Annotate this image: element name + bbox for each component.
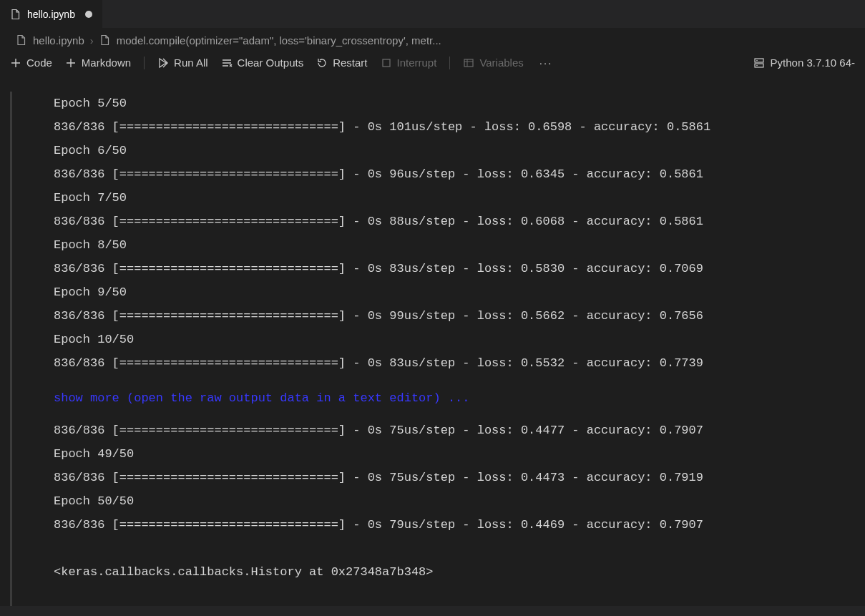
output-gutter[interactable] [10, 92, 12, 606]
run-all-label: Run All [174, 57, 208, 69]
breadcrumb-cell[interactable]: model.compile(optimizer="adam", loss='bi… [117, 34, 441, 47]
editor-tab[interactable]: hello.ipynb [0, 0, 103, 28]
clear-outputs-button[interactable]: Clear Outputs [221, 57, 304, 69]
file-icon [10, 9, 21, 20]
toolbar-separator [144, 57, 145, 69]
output-text-after: 836/836 [==============================]… [36, 419, 865, 584]
kernel-picker[interactable]: Python 3.7.10 64- [753, 57, 855, 69]
tab-filename: hello.ipynb [27, 9, 75, 20]
svg-point-4 [756, 59, 758, 61]
notebook-toolbar: Code Markdown Run All Clear Outputs Rest… [0, 49, 865, 77]
file-icon [16, 34, 27, 46]
plus-icon [65, 57, 77, 69]
svg-rect-0 [383, 59, 390, 67]
show-more-link[interactable]: show more (open the raw output data in a… [0, 386, 865, 410]
server-icon [753, 57, 765, 69]
svg-rect-1 [464, 59, 473, 67]
run-all-button[interactable]: Run All [157, 57, 208, 69]
variables-icon [463, 57, 474, 69]
panel-border [0, 606, 865, 616]
restart-icon [316, 57, 328, 69]
plus-icon [10, 57, 21, 69]
variables-label: Variables [479, 57, 523, 69]
cell-output: Epoch 5/50 836/836 [====================… [0, 92, 865, 606]
output-text-before: Epoch 5/50 836/836 [====================… [36, 92, 865, 375]
breadcrumb: hello.ipynb › model.compile(optimizer="a… [0, 29, 865, 49]
add-code-label: Code [26, 57, 52, 69]
clear-outputs-icon [221, 57, 233, 69]
clear-outputs-label: Clear Outputs [238, 57, 304, 69]
more-actions-button[interactable]: ··· [537, 57, 556, 69]
svg-rect-2 [755, 59, 763, 62]
toolbar-separator [449, 57, 450, 69]
add-code-button[interactable]: Code [10, 57, 52, 69]
interrupt-button[interactable]: Interrupt [381, 57, 437, 69]
file-icon [99, 34, 111, 46]
kernel-label: Python 3.7.10 64- [771, 57, 855, 69]
tab-bar: hello.ipynb [0, 0, 865, 29]
run-all-icon [157, 57, 169, 69]
add-markdown-button[interactable]: Markdown [65, 57, 131, 69]
svg-rect-3 [755, 64, 763, 67]
svg-point-5 [756, 64, 758, 66]
interrupt-icon [381, 57, 392, 69]
restart-label: Restart [333, 57, 367, 69]
chevron-right-icon: › [90, 34, 94, 47]
dirty-indicator-icon [85, 11, 92, 18]
add-markdown-label: Markdown [82, 57, 131, 69]
variables-button[interactable]: Variables [463, 57, 523, 69]
breadcrumb-file[interactable]: hello.ipynb [33, 34, 84, 47]
interrupt-label: Interrupt [397, 57, 437, 69]
restart-button[interactable]: Restart [316, 57, 367, 69]
